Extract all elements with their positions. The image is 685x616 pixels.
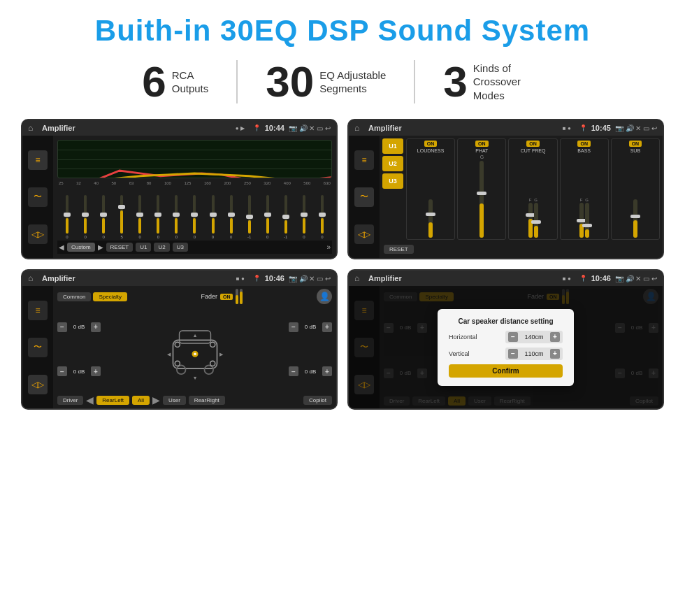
eq-slider-10[interactable]: -1: [241, 195, 258, 239]
dialog-status-bar: ⌂ Amplifier ■ ● 📍 10:46 📷 🔊 ✕ ▭ ↩: [349, 271, 663, 286]
avatar-icon: 👤: [317, 289, 332, 304]
db-minus-tr[interactable]: −: [289, 322, 298, 332]
eq-u3-btn[interactable]: U3: [173, 243, 188, 252]
spk-driver-btn[interactable]: Driver: [57, 396, 83, 405]
crossover-wave-icon[interactable]: 〜: [354, 187, 374, 207]
eq-slider-11[interactable]: 0: [259, 195, 276, 239]
eq-u2-btn[interactable]: U2: [154, 243, 169, 252]
speaker-eq-icon[interactable]: ≡: [28, 301, 48, 320]
eq-icon[interactable]: ≡: [28, 150, 48, 170]
stat-crossover: 3 Kinds of Crossover Modes: [415, 60, 570, 103]
eq-slider-3[interactable]: 5: [113, 195, 130, 239]
eq-bottom-bar: ◀ Custom ▶ RESET U1 U2 U3 »: [57, 241, 332, 254]
eq-next-arrow[interactable]: ▶: [98, 243, 103, 251]
vertical-plus-btn[interactable]: +: [550, 349, 560, 359]
speaker-wave-icon[interactable]: 〜: [28, 338, 48, 357]
db-plus-tl[interactable]: +: [91, 322, 101, 332]
bass-slider-f[interactable]: [579, 203, 584, 238]
vertical-value: 110cm: [521, 350, 547, 357]
svg-point-6: [175, 342, 180, 347]
mode-specialty[interactable]: Specialty: [93, 292, 127, 301]
sub-on: ON: [629, 141, 642, 147]
eq-u1-btn[interactable]: U1: [136, 243, 151, 252]
eq-slider-7[interactable]: 0: [186, 195, 203, 239]
eq-slider-2[interactable]: 0: [95, 195, 112, 239]
spk-user-btn[interactable]: User: [163, 396, 186, 405]
db-plus-tr[interactable]: +: [322, 322, 332, 332]
dialog-status-time: 10:46: [591, 274, 611, 282]
db-minus-br[interactable]: −: [289, 366, 298, 376]
cutfreq-label: CUT FREQ: [521, 148, 546, 153]
crossover-screen-title: Amplifier: [368, 124, 558, 132]
db-plus-br[interactable]: +: [322, 366, 332, 376]
db-minus-tl[interactable]: −: [57, 322, 67, 332]
crossover-main: U1 U2 U3 ON LOUDNESS: [382, 138, 660, 240]
horizontal-label: Horizontal: [449, 334, 487, 341]
wave-icon[interactable]: 〜: [28, 187, 48, 207]
confirm-button[interactable]: Confirm: [449, 364, 563, 378]
eq-slider-9[interactable]: 0: [223, 195, 240, 239]
crossover-reset-btn[interactable]: RESET: [384, 245, 414, 254]
preset-u2[interactable]: U2: [382, 156, 403, 171]
preset-u3[interactable]: U3: [382, 173, 403, 189]
crossover-spk-icon[interactable]: ◁▷: [354, 224, 374, 244]
dot-icon-3: ■ ●: [236, 275, 245, 282]
fader-bar-2[interactable]: [240, 289, 243, 304]
speaker-ctrl-icon[interactable]: ◁▷: [28, 375, 48, 394]
speaker-icon[interactable]: ◁▷: [28, 224, 48, 244]
eq-slider-1[interactable]: 0: [77, 195, 94, 239]
eq-slider-0[interactable]: 0: [59, 195, 75, 239]
stat-eq-text: EQ Adjustable Segments: [319, 69, 386, 96]
eq-slider-8[interactable]: 0: [205, 195, 222, 239]
sub-slider[interactable]: [633, 199, 637, 238]
db-plus-bl[interactable]: +: [91, 366, 101, 376]
spk-all-btn[interactable]: All: [132, 396, 150, 405]
home-icon-2: ⌂: [354, 123, 364, 133]
preset-u1[interactable]: U1: [382, 138, 403, 154]
spk-rearleft-btn[interactable]: RearLeft: [96, 396, 129, 405]
spk-rearright-btn[interactable]: RearRight: [189, 396, 225, 405]
spk-copilot-btn[interactable]: Copilot: [303, 396, 332, 405]
bass-slider-g[interactable]: [585, 203, 589, 238]
eq-slider-12[interactable]: -1: [277, 195, 294, 239]
eq-slider-4[interactable]: 0: [131, 195, 148, 239]
eq-status-icons: 📷 🔊 ✕ ▭ ↩: [289, 124, 331, 132]
dialog-screen-title: Amplifier: [368, 274, 558, 282]
eq-slider-6[interactable]: 0: [168, 195, 185, 239]
horizontal-minus-btn[interactable]: −: [508, 332, 518, 342]
speaker-status-icons: 📷 🔊 ✕ ▭ ↩: [289, 275, 331, 282]
crossover-eq-icon[interactable]: ≡: [354, 150, 374, 170]
phat-slider-g[interactable]: [480, 161, 484, 238]
eq-slider-13[interactable]: 0: [296, 195, 312, 239]
ctrl-bass: ON BASS F: [560, 138, 609, 240]
eq-screen-card: ⌂ Amplifier ● ▶ 📍 10:44 📷 🔊 ✕ ▭ ↩ ≡ 〜 ◁▷: [21, 119, 338, 259]
crossover-status-icons: 📷 🔊 ✕ ▭ ↩: [615, 124, 657, 132]
dialog-screen-content: ≡ 〜 ◁▷ Common Specialty Fader ON: [349, 286, 663, 408]
phat-on: ON: [475, 141, 489, 147]
eq-prev-arrow[interactable]: ◀: [59, 243, 64, 251]
eq-slider-14[interactable]: 0: [314, 195, 331, 239]
vertical-minus-btn[interactable]: −: [508, 349, 518, 359]
page-title: Buith-in 30EQ DSP Sound System: [21, 14, 664, 48]
svg-text:▼: ▼: [192, 375, 197, 381]
mode-common[interactable]: Common: [57, 292, 91, 301]
cutfreq-slider-g[interactable]: [534, 203, 538, 238]
stat-crossover-text: Kinds of Crossover Modes: [473, 62, 543, 103]
svg-point-9: [210, 361, 215, 366]
eq-preset-label[interactable]: Custom: [67, 243, 95, 252]
loudness-slider[interactable]: [428, 199, 433, 238]
db-minus-bl[interactable]: −: [57, 366, 67, 376]
cutfreq-on: ON: [526, 141, 540, 147]
spk-right-nav[interactable]: ▶: [152, 394, 160, 406]
sub-label: SUB: [630, 148, 640, 153]
eq-expand-icon[interactable]: »: [326, 243, 331, 251]
vertical-row: Vertical − 110cm +: [449, 348, 563, 360]
fader-bar-1[interactable]: [236, 289, 238, 304]
horizontal-plus-btn[interactable]: +: [550, 332, 560, 342]
eq-slider-5[interactable]: 0: [150, 195, 166, 239]
eq-reset-btn[interactable]: RESET: [106, 243, 134, 252]
stat-rca: 6 RCA Outputs: [114, 60, 238, 103]
db-row-tr: − 0 dB +: [289, 322, 332, 332]
spk-left-nav[interactable]: ◀: [86, 394, 94, 406]
bass-label: BASS: [577, 148, 591, 153]
